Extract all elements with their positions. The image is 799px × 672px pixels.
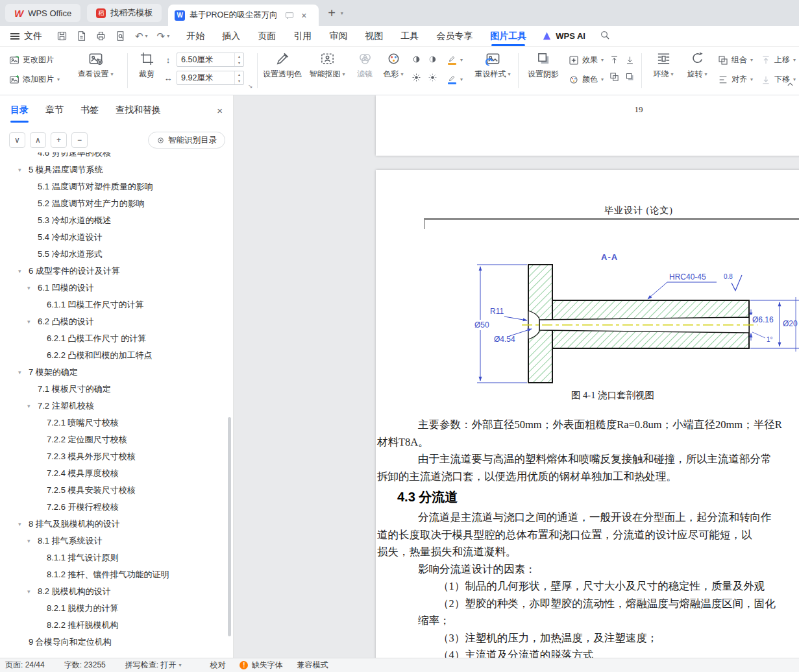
view-settings-button[interactable]: 查看设置▾ bbox=[74, 51, 117, 80]
toc-item[interactable]: 7.2.3 模具外形尺寸校核 bbox=[0, 448, 233, 465]
redo-chevron-icon[interactable]: ▾ bbox=[167, 33, 169, 39]
toc-item[interactable]: 5.5 冷却水道形式 bbox=[0, 246, 233, 263]
toc-item[interactable]: 8.2.1 脱模力的计算 bbox=[0, 600, 233, 617]
status-proofread[interactable]: 校对 bbox=[210, 660, 225, 671]
add-picture-button[interactable]: 添加图片 ▾ bbox=[6, 71, 62, 88]
increase-brightness-button[interactable] bbox=[409, 70, 424, 85]
toc-item[interactable]: 7.2.5 模具安装尺寸校核 bbox=[0, 482, 233, 499]
toc-item[interactable]: 7.2.1 喷嘴尺寸校核 bbox=[0, 414, 233, 431]
toc-expand-arrow[interactable]: ▾ bbox=[27, 588, 38, 595]
send-back-button[interactable] bbox=[623, 70, 637, 84]
toc-expand-button[interactable]: + bbox=[51, 132, 67, 148]
status-missing-font[interactable]: !缺失字体 bbox=[240, 660, 282, 671]
move-up-button[interactable]: 上移 ▾ bbox=[758, 52, 798, 68]
export-pdf-icon[interactable] bbox=[76, 30, 87, 42]
change-picture-button[interactable]: 更改图片 bbox=[6, 52, 62, 68]
filter-button[interactable]: 滤镜 bbox=[352, 51, 378, 80]
toc-item[interactable]: 9 合模导向和定位机构 bbox=[0, 634, 233, 651]
wrap-button[interactable]: 环绕▾ bbox=[648, 51, 679, 80]
redo-icon[interactable]: ↷ bbox=[157, 30, 166, 42]
toc-expand-arrow[interactable]: ▾ bbox=[18, 369, 29, 376]
picture-height-input[interactable]: 6.50厘米 ▴▾ bbox=[177, 53, 244, 67]
reset-style-button[interactable]: 重设样式▾ bbox=[470, 51, 515, 80]
menu-tab-会员专享[interactable]: 会员专享 bbox=[436, 26, 473, 46]
color-button[interactable]: 颜色 ▾ bbox=[566, 71, 606, 88]
wps-ai-button[interactable]: WPS AI bbox=[542, 31, 585, 41]
toc-item[interactable]: ▾8.1 排气系统设计 bbox=[0, 533, 233, 549]
bring-forward-button[interactable] bbox=[608, 53, 621, 67]
toc-expand-arrow[interactable]: ▾ bbox=[27, 318, 38, 325]
toc-item[interactable]: 8.1.2 推杆、镶件排气功能的证明 bbox=[0, 566, 233, 583]
menu-tab-插入[interactable]: 插入 bbox=[222, 26, 240, 46]
send-backward-button[interactable] bbox=[623, 53, 637, 67]
toc-item[interactable]: 6.2.1 凸模工作尺寸 的计算 bbox=[0, 330, 233, 347]
toc-expand-arrow[interactable]: ▾ bbox=[27, 403, 38, 409]
toc-item[interactable]: 5.1 温度调节对塑件质量的影响 bbox=[0, 178, 233, 195]
toc-collapse-button[interactable]: − bbox=[71, 132, 88, 148]
new-tab-icon[interactable]: + bbox=[328, 6, 336, 19]
toc-expand-arrow[interactable]: ▾ bbox=[27, 538, 38, 544]
rotate-button[interactable]: 旋转▾ bbox=[682, 51, 713, 80]
figure-drawing[interactable]: A-A bbox=[376, 253, 799, 390]
sidebar-tab-章节[interactable]: 章节 bbox=[45, 104, 64, 116]
toc-expand-arrow[interactable]: ▾ bbox=[18, 521, 29, 527]
toc-expand-arrow[interactable]: ▾ bbox=[27, 285, 38, 291]
crop-button[interactable]: 裁剪 bbox=[132, 51, 161, 80]
toc-item[interactable]: 8.2.2 推杆脱模机构 bbox=[0, 617, 233, 634]
toc-item[interactable]: 8.1.1 排气设计原则 bbox=[0, 549, 233, 566]
doc-body-text[interactable]: 主要参数：外部直径50mm；外表面粗糙度Ra=0.8um；小端直径20mm；半径… bbox=[376, 416, 799, 658]
toc-item[interactable]: ▾8 排气及脱模机构的设计 bbox=[0, 516, 233, 533]
menu-tab-工具[interactable]: 工具 bbox=[400, 26, 419, 46]
bring-front-button[interactable] bbox=[608, 70, 621, 84]
toc-next-heading-button[interactable]: ∨ bbox=[9, 132, 25, 148]
status-spellcheck[interactable]: 拼写检查: 打开▾ bbox=[125, 660, 182, 671]
toc-item[interactable]: ▾6.2 凸模的设计 bbox=[0, 313, 233, 330]
sidebar-tab-查找和替换[interactable]: 查找和替换 bbox=[116, 104, 161, 116]
document-canvas[interactable]: 19 毕业设计 (论文) A-A bbox=[234, 95, 799, 658]
tab-wps-home[interactable]: W WPS Office bbox=[5, 4, 80, 22]
toc-item[interactable]: 6.1.1 凹模工作尺寸的计算 bbox=[0, 296, 233, 313]
effects-button[interactable]: 效果 ▾ bbox=[566, 52, 606, 68]
sidebar-close-icon[interactable]: × bbox=[217, 105, 223, 116]
toc-item[interactable]: 5.2 温度调节对生产力的影响 bbox=[0, 195, 233, 212]
toc-item[interactable]: 7.2.4 模具厚度校核 bbox=[0, 465, 233, 482]
print-preview-icon[interactable] bbox=[115, 30, 126, 42]
undo-chevron-icon[interactable]: ▾ bbox=[145, 33, 148, 39]
toc-item[interactable]: ▾7 模架的确定 bbox=[0, 364, 233, 381]
close-tab-icon[interactable]: × bbox=[301, 10, 306, 21]
align-button[interactable]: 对齐 ▾ bbox=[715, 71, 756, 88]
menu-tab-图片工具[interactable]: 图片工具 bbox=[490, 26, 526, 46]
set-shadow-button[interactable]: 设置阴影 bbox=[523, 51, 563, 80]
set-transparent-color-button[interactable]: 设置透明色 bbox=[261, 51, 304, 80]
toc-item[interactable]: ▾8.2 脱模机构的设计 bbox=[0, 583, 233, 600]
file-menu-button[interactable]: 文件 bbox=[10, 30, 42, 42]
menu-tab-开始[interactable]: 开始 bbox=[186, 26, 204, 46]
status-compat-mode[interactable]: 兼容模式 bbox=[297, 660, 328, 671]
decrease-brightness-button[interactable] bbox=[425, 70, 440, 85]
collapse-ribbon-button[interactable] bbox=[787, 79, 794, 91]
menu-tab-页面[interactable]: 页面 bbox=[258, 26, 276, 46]
toc-expand-arrow[interactable]: ▾ bbox=[18, 167, 29, 173]
tab-list-chevron-icon[interactable]: ▾ bbox=[341, 10, 343, 16]
color-tone-button[interactable]: 色彩▾ bbox=[379, 51, 408, 80]
toc-item[interactable]: 5.3 冷却水道的概述 bbox=[0, 212, 233, 229]
sidebar-tab-目录[interactable]: 目录 bbox=[10, 104, 29, 116]
menu-tab-审阅[interactable]: 审阅 bbox=[329, 26, 347, 46]
outline-color-button[interactable]: ▾ bbox=[444, 71, 465, 88]
size-dialog-launcher-icon[interactable]: ↘ bbox=[248, 83, 253, 90]
toc-item[interactable]: ▾5 模具温度调节系统 bbox=[0, 162, 233, 178]
status-page-indicator[interactable]: 页面: 24/44 bbox=[5, 660, 45, 671]
toc-item[interactable]: 6.2.2 凸模和凹模的加工特点 bbox=[0, 347, 233, 364]
toc-item[interactable]: ▾6 成型零件的设计及计算 bbox=[0, 263, 233, 280]
smart-cutout-button[interactable]: 智能抠图▾ bbox=[306, 51, 348, 80]
toc-item[interactable]: 7.1 模板尺寸的确定 bbox=[0, 381, 233, 398]
toc-item[interactable]: 4.6 剪切速率的校核 bbox=[0, 152, 233, 162]
height-stepper[interactable]: ▴▾ bbox=[234, 53, 243, 66]
sidebar-tab-书签[interactable]: 书签 bbox=[80, 104, 99, 116]
save-icon[interactable] bbox=[56, 30, 68, 42]
tab-docer-templates[interactable]: 稻 找稻壳模板 bbox=[87, 4, 162, 22]
vividness-button[interactable]: ▾ bbox=[444, 52, 465, 68]
toc-item[interactable]: 7.2.6 开模行程校核 bbox=[0, 499, 233, 516]
status-word-count[interactable]: 字数: 23255 bbox=[64, 660, 106, 671]
search-button[interactable] bbox=[600, 30, 610, 43]
